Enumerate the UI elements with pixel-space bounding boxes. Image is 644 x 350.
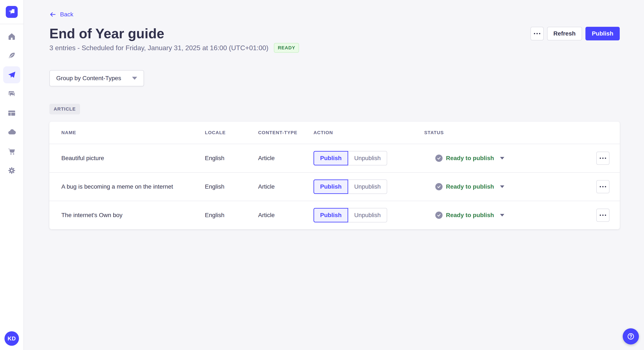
cloud-icon bbox=[8, 128, 16, 137]
sidebar-item-marketplace[interactable] bbox=[3, 143, 20, 160]
locale-cell: English bbox=[205, 155, 258, 162]
releases-page: KD Back End of Year guide Refresh Publis… bbox=[0, 0, 644, 350]
row-publish-toggle[interactable]: Publish bbox=[314, 179, 348, 194]
row-publish-toggle[interactable]: Publish bbox=[314, 208, 348, 222]
column-header-name: NAME bbox=[61, 130, 205, 136]
row-more-button[interactable] bbox=[596, 209, 610, 222]
content-manager-icon bbox=[8, 51, 16, 60]
name-cell: The internet's Own boy bbox=[61, 212, 205, 219]
sidebar-nav bbox=[3, 24, 20, 179]
group-by-label: Group by Content-Types bbox=[56, 75, 121, 82]
group-by-select[interactable]: Group by Content-Types bbox=[50, 70, 144, 86]
sidebar-item-cloud[interactable] bbox=[3, 124, 20, 141]
gear-icon bbox=[8, 166, 16, 175]
sidebar-item-settings[interactable] bbox=[3, 162, 20, 179]
strapi-logo bbox=[6, 6, 18, 18]
row-more-button[interactable] bbox=[596, 180, 610, 193]
sidebar-item-media-library[interactable] bbox=[3, 85, 20, 103]
home-icon bbox=[8, 32, 16, 41]
media-library-icon bbox=[8, 90, 16, 98]
name-cell: A bug is becoming a meme on the internet bbox=[61, 183, 205, 190]
logo-container bbox=[0, 0, 24, 24]
locale-cell: English bbox=[205, 183, 258, 190]
release-subtitle: 3 entries - Scheduled for Friday, Januar… bbox=[50, 44, 268, 52]
page-title: End of Year guide bbox=[50, 26, 164, 41]
action-toggle: Publish Unpublish bbox=[314, 151, 424, 166]
content-type-cell: Article bbox=[258, 212, 314, 219]
action-toggle: Publish Unpublish bbox=[314, 179, 424, 194]
sidebar-item-releases[interactable] bbox=[3, 66, 20, 83]
name-cell: Beautiful picture bbox=[61, 155, 205, 162]
header-actions: Refresh Publish bbox=[530, 27, 620, 40]
check-circle-icon bbox=[435, 155, 442, 162]
status-label: Ready to publish bbox=[446, 212, 494, 219]
ready-status-badge: READY bbox=[274, 43, 299, 53]
status-label: Ready to publish bbox=[446, 155, 494, 162]
release-more-button[interactable] bbox=[530, 27, 544, 40]
status-dropdown[interactable]: Ready to publish bbox=[424, 212, 580, 219]
content-type-group-tag: ARTICLE bbox=[50, 104, 80, 114]
action-toggle: Publish Unpublish bbox=[314, 208, 424, 222]
row-more-button[interactable] bbox=[596, 152, 610, 165]
arrow-left-icon bbox=[50, 11, 56, 18]
check-circle-icon bbox=[435, 183, 442, 190]
ellipsis-icon bbox=[600, 214, 606, 216]
chevron-down-icon bbox=[500, 185, 504, 188]
sidebar-item-content-type-builder[interactable] bbox=[3, 105, 20, 122]
column-header-locale: LOCALE bbox=[205, 130, 258, 136]
table-row: Beautiful picture English Article Publis… bbox=[50, 144, 620, 172]
row-publish-toggle[interactable]: Publish bbox=[314, 151, 348, 166]
chevron-down-icon bbox=[500, 214, 504, 216]
column-header-status: STATUS bbox=[424, 130, 580, 136]
content-type-cell: Article bbox=[258, 155, 314, 162]
status-label: Ready to publish bbox=[446, 183, 494, 190]
help-button[interactable] bbox=[623, 328, 639, 345]
locale-cell: English bbox=[205, 212, 258, 219]
column-header-action: ACTION bbox=[314, 130, 424, 136]
check-circle-icon bbox=[435, 212, 442, 219]
main-content: Back End of Year guide Refresh Publish 3… bbox=[24, 0, 644, 229]
sidebar-item-home[interactable] bbox=[3, 28, 20, 45]
entries-table: NAME LOCALE CONTENT-TYPE ACTION STATUS B… bbox=[50, 122, 620, 229]
paper-plane-icon bbox=[8, 71, 16, 79]
row-unpublish-toggle[interactable]: Unpublish bbox=[348, 179, 387, 194]
ellipsis-icon bbox=[600, 158, 606, 159]
back-label: Back bbox=[60, 11, 73, 18]
ellipsis-icon bbox=[600, 186, 606, 187]
table-row: The internet's Own boy English Article P… bbox=[50, 201, 620, 229]
ellipsis-icon bbox=[534, 33, 540, 34]
table-row: A bug is becoming a meme on the internet… bbox=[50, 172, 620, 201]
row-unpublish-toggle[interactable]: Unpublish bbox=[348, 208, 387, 222]
strapi-logo-icon bbox=[6, 7, 17, 17]
page-header: End of Year guide Refresh Publish bbox=[50, 26, 620, 41]
status-dropdown[interactable]: Ready to publish bbox=[424, 183, 580, 190]
cart-icon bbox=[8, 147, 16, 156]
layout-icon bbox=[8, 109, 16, 117]
chevron-down-icon bbox=[132, 77, 137, 80]
status-dropdown[interactable]: Ready to publish bbox=[424, 155, 580, 162]
refresh-button[interactable]: Refresh bbox=[547, 27, 582, 40]
sidebar: KD bbox=[0, 0, 24, 350]
row-unpublish-toggle[interactable]: Unpublish bbox=[348, 151, 387, 166]
chevron-down-icon bbox=[500, 157, 504, 160]
publish-release-button[interactable]: Publish bbox=[586, 27, 620, 40]
question-mark-icon bbox=[627, 332, 635, 341]
column-header-content-type: CONTENT-TYPE bbox=[258, 130, 314, 136]
table-header-row: NAME LOCALE CONTENT-TYPE ACTION STATUS bbox=[50, 122, 620, 144]
content-type-cell: Article bbox=[258, 183, 314, 190]
release-meta: 3 entries - Scheduled for Friday, Januar… bbox=[50, 43, 620, 53]
back-link[interactable]: Back bbox=[50, 11, 73, 18]
user-avatar[interactable]: KD bbox=[4, 331, 19, 346]
sidebar-item-content-manager[interactable] bbox=[3, 47, 20, 64]
